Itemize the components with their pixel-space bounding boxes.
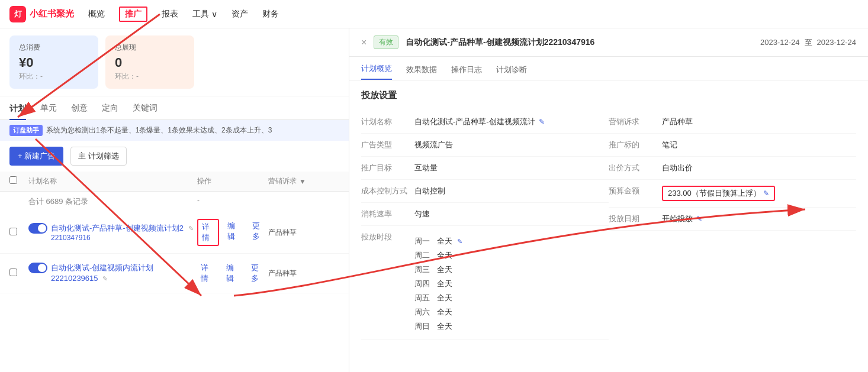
panel-tab-diagnosis[interactable]: 计划诊断: [496, 64, 527, 80]
setting-budget: 预算金额 233.00（节假日预算上浮） ✎: [609, 180, 856, 208]
budget-edit-icon[interactable]: ✎: [763, 189, 769, 198]
plan-tabs: 计划 单元 创意 定向 关键词: [0, 96, 349, 120]
tab-keyword[interactable]: 关键词: [133, 96, 157, 119]
setting-delivery-date: 投放日期 开始投放 ✎: [609, 208, 856, 231]
nav-assets[interactable]: 资产: [232, 7, 248, 22]
time-row-mon: 周一 全天 ✎: [414, 234, 462, 248]
col-mkt: 营销诉求 ▼: [268, 176, 339, 186]
time-row-sat: 周六 全天: [414, 305, 462, 319]
setting-promo-target: 推广目标 互动量: [361, 157, 609, 180]
table-row: 自动化测试-产品种草-创建视频流计划2 ✎ 2210347916 详情 编辑 更…: [0, 212, 349, 254]
setting-cost-control: 成本控制方式 自动控制: [361, 180, 609, 203]
nav-finance[interactable]: 财务: [262, 7, 279, 22]
status-badge: 有效: [374, 35, 398, 49]
logo-icon: 灯: [9, 6, 26, 22]
action-row: + 新建广告 主 计划筛选: [0, 141, 349, 172]
panel-title: 自动化测试-产品种草-创建视频流计划22210347916: [406, 37, 753, 48]
row1-plan-id: 2210347916: [51, 234, 194, 242]
summary-row: 合计 6689 条记录 -: [0, 192, 349, 212]
app-logo: 灯 小红书聚光: [9, 6, 74, 22]
section-title: 投放设置: [361, 90, 856, 101]
plan-name-edit-icon[interactable]: ✎: [539, 118, 545, 126]
setting-time-slot: 投放时段 周一 全天 ✎ 周二 全天: [361, 226, 609, 340]
stat-display-value: 0: [115, 55, 185, 70]
stat-display-compare: 环比：-: [115, 72, 185, 82]
stat-spend-value: ¥0: [19, 55, 89, 70]
setting-bid-method: 出价方式 自动出价: [609, 157, 856, 180]
date-to: 至: [805, 37, 812, 48]
stats-row: 总消费 ¥0 环比：- 总展现 0 环比：-: [0, 28, 349, 96]
summary-text: 合计 6689 条记录: [28, 196, 197, 207]
row1-toggle[interactable]: [28, 223, 47, 234]
time-row-fri: 周五 全天: [414, 291, 462, 305]
settings-grid: 计划名称 自动化测试-产品种草-创建视频流计 ✎ 广告类型 视频流广告 推广目标: [361, 111, 856, 340]
table-header: 计划名称 操作 营销诉求 ▼: [0, 172, 349, 192]
new-ad-button[interactable]: + 新建广告: [9, 147, 63, 166]
time-row-tue: 周二 全天: [414, 248, 462, 263]
row1-plan-name[interactable]: 自动化测试-产品种草-创建视频流计划2: [51, 224, 184, 232]
main-area: 总消费 ¥0 环比：- 总展现 0 环比：- 计划 单元 创意 定向 关键词: [0, 28, 868, 372]
budget-value: 233.00（节假日预算上浮） ✎: [662, 186, 775, 201]
row1-detail-btn[interactable]: 详情: [197, 219, 219, 246]
col-plan-name: 计划名称: [28, 176, 197, 186]
close-button[interactable]: ×: [361, 37, 367, 48]
select-all-checkbox[interactable]: [9, 176, 17, 184]
panel-tab-overview[interactable]: 计划概览: [361, 63, 392, 80]
col-checkbox[interactable]: [9, 176, 28, 186]
time-row-sun: 周日 全天: [414, 319, 462, 334]
nav-tools[interactable]: 工具 ∨: [192, 7, 217, 22]
time-row-wed: 周三 全天: [414, 263, 462, 277]
stat-spend-card: 总消费 ¥0 环比：-: [9, 35, 98, 89]
delivery-date-value: 开始投放 ✎: [662, 214, 702, 224]
row2-name-cell: 自动化测试-创建视频内流计划22210239615 ✎: [28, 263, 197, 284]
filter-button[interactable]: 主 计划筛选: [70, 147, 127, 166]
row2-toggle[interactable]: [28, 263, 47, 273]
date-range: 2023-12-24 至 2023-12-24: [760, 37, 856, 48]
nav-items: 概览 推广 报表 工具 ∨ 资产 财务: [88, 7, 279, 22]
row1-name-cell: 自动化测试-产品种草-创建视频流计划2 ✎ 2210347916: [28, 223, 197, 242]
alert-text: 系统为您检测出1条不起量、1条爆量、1条效果未达成、2条成本上升、3: [46, 125, 272, 135]
table-row: 自动化测试-创建视频内流计划22210239615 ✎ 详情 编辑 更多 产品种…: [0, 254, 349, 293]
tab-unit[interactable]: 单元: [40, 96, 57, 119]
panel-tabs: 计划概览 效果数据 操作日志 计划诊断: [349, 57, 868, 80]
alert-badge: 订盘助手: [9, 125, 43, 136]
settings-right-col: 营销诉求 产品种草 推广标的 笔记 出价方式 自动出价 预算金额: [609, 111, 856, 340]
time-row-thu: 周四 全天: [414, 277, 462, 291]
panel-content: 投放设置 计划名称 自动化测试-产品种草-创建视频流计 ✎ 广告类型: [349, 80, 868, 372]
nav-report[interactable]: 报表: [162, 7, 178, 22]
row1-edit-icon[interactable]: ✎: [188, 225, 194, 232]
row2-ops: 详情 编辑 更多: [197, 261, 268, 286]
stat-display-card: 总展现 0 环比：-: [105, 35, 194, 89]
panel-tab-effect[interactable]: 效果数据: [406, 64, 437, 80]
budget-value-box: 233.00（节假日预算上浮） ✎: [662, 186, 775, 201]
delivery-date-edit-icon[interactable]: ✎: [696, 215, 702, 223]
date-end: 2023-12-24: [817, 38, 857, 47]
setting-ad-type: 广告类型 视频流广告: [361, 134, 609, 157]
time-edit-mon[interactable]: ✎: [457, 238, 462, 245]
nav-promote[interactable]: 推广: [119, 7, 147, 22]
row2-edit-btn[interactable]: 编辑: [223, 261, 243, 286]
row2-edit-icon[interactable]: ✎: [102, 275, 108, 282]
summary-ops: -: [197, 196, 268, 207]
row1-ops: 详情 编辑 更多: [197, 219, 268, 246]
row1-mkt: 产品种草: [268, 228, 339, 238]
setting-plan-name-value: 自动化测试-产品种草-创建视频流计 ✎: [414, 117, 545, 127]
panel-tab-log[interactable]: 操作日志: [451, 64, 482, 80]
mkt-filter-icon[interactable]: ▼: [299, 177, 306, 186]
tab-targeting[interactable]: 定向: [102, 96, 118, 119]
row2-mkt: 产品种草: [268, 269, 339, 279]
row1-more-btn[interactable]: 更多: [249, 219, 268, 246]
tab-creative[interactable]: 创意: [71, 96, 88, 119]
stat-spend-label: 总消费: [19, 43, 89, 53]
tab-plan[interactable]: 计划: [9, 96, 26, 120]
row1-checkbox[interactable]: [9, 228, 28, 237]
row2-detail-btn[interactable]: 详情: [197, 261, 218, 286]
row2-more-btn[interactable]: 更多: [247, 261, 268, 286]
row1-edit-btn[interactable]: 编辑: [224, 219, 243, 246]
col-ops: 操作: [197, 176, 268, 186]
row2-checkbox[interactable]: [9, 269, 28, 278]
setting-burn-rate: 消耗速率 匀速: [361, 203, 609, 226]
right-panel: × 有效 自动化测试-产品种草-创建视频流计划22210347916 2023-…: [349, 28, 868, 372]
stat-spend-compare: 环比：-: [19, 72, 89, 82]
nav-overview[interactable]: 概览: [88, 7, 105, 22]
